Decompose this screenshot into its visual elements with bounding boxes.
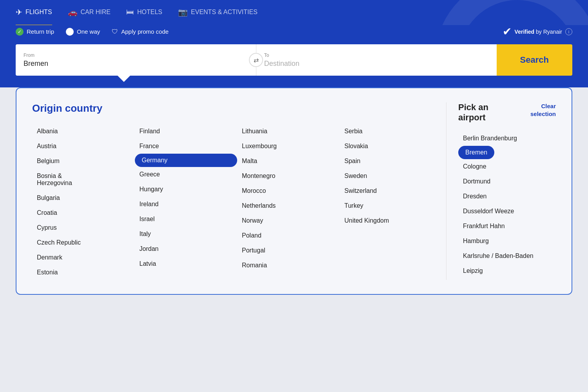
pick-airport-title: Pick an airport [458,102,516,123]
country-norway[interactable]: Norway [237,213,340,228]
airport-frankfurt-hahn[interactable]: Frankfurt Hahn [458,219,556,234]
verified-badge: ✔ Verified by Ryanair i [503,25,572,38]
info-icon[interactable]: i [565,28,572,35]
from-field[interactable]: From [16,44,256,76]
country-slovakia[interactable]: Slovakia [340,139,443,154]
dropdown-arrow [118,76,130,82]
country-netherlands[interactable]: Netherlands [237,198,340,213]
from-input[interactable] [24,60,248,68]
country-malta[interactable]: Malta [237,154,340,169]
airport-dresden[interactable]: Dresden [458,189,556,204]
airport-header: Pick an airport Clear selection [458,102,556,123]
country-finland[interactable]: Finland [135,124,238,139]
ryanair-logo-icon: ✔ [503,25,512,38]
country-portugal[interactable]: Portugal [237,243,340,258]
promo-label: Apply promo code [121,28,169,35]
to-label: To [264,53,489,58]
from-label: From [24,53,248,58]
country-albania[interactable]: Albania [32,124,135,139]
country-romania[interactable]: Romania [237,258,340,273]
country-croatia[interactable]: Croatia [32,205,135,220]
clear-selection-button[interactable]: Clear selection [516,102,556,118]
country-italy[interactable]: Italy [135,227,238,241]
car-icon: 🚗 [68,7,78,17]
country-spain[interactable]: Spain [340,154,443,169]
promo-icon: 🛡 [112,28,118,35]
country-poland[interactable]: Poland [237,228,340,243]
country-latvia[interactable]: Latvia [135,256,238,271]
nav-car-hire-label: CAR HIRE [81,9,111,16]
country-montenegro[interactable]: Montenegro [237,169,340,183]
nav-events[interactable]: 📷 EVENTS & ACTIVITIES [178,0,258,25]
country-jordan[interactable]: Jordan [135,241,238,256]
one-way-option[interactable]: One way [66,28,100,36]
one-way-radio [66,28,74,36]
country-column-1: Albania Austria Belgium Bosnia &Herzegov… [32,124,135,280]
search-input-group: From ⇄ To [16,44,497,76]
airport-cologne[interactable]: Cologne [458,159,556,174]
country-denmark[interactable]: Denmark [32,250,135,265]
country-bosnia[interactable]: Bosnia &Herzegovina [32,169,135,191]
return-trip-option[interactable]: ✓ Return trip [16,28,54,36]
country-bulgaria[interactable]: Bulgaria [32,191,135,205]
nav-flights-label: FLIGHTS [25,9,52,16]
hotel-icon: 🛏 [126,7,134,16]
return-trip-check-icon: ✓ [16,28,24,36]
to-field[interactable]: To [256,44,497,76]
country-belgium[interactable]: Belgium [32,154,135,169]
country-lithuania[interactable]: Lithuania [237,124,340,139]
country-sweden[interactable]: Sweden [340,169,443,183]
return-trip-label: Return trip [27,28,54,35]
verified-text: Verified by Ryanair [515,29,562,35]
country-turkey[interactable]: Turkey [340,198,443,213]
country-cyprus[interactable]: Cyprus [32,220,135,235]
airport-hamburg[interactable]: Hamburg [458,234,556,249]
country-greece[interactable]: Greece [135,167,238,182]
nav-flights[interactable]: ✈ FLIGHTS [16,0,52,25]
country-estonia[interactable]: Estonia [32,265,135,280]
search-button[interactable]: Search [497,44,572,76]
nav-hotels-label: HOTELS [137,9,162,16]
top-navigation: ✈ FLIGHTS 🚗 CAR HIRE 🛏 HOTELS 📷 EVENTS &… [0,0,588,25]
country-hungary[interactable]: Hungary [135,182,238,197]
airport-leipzig[interactable]: Leipzig [458,263,556,278]
country-serbia[interactable]: Serbia [340,124,443,139]
origin-country-title: Origin country [32,102,442,114]
flights-icon: ✈ [16,7,22,17]
country-united-kingdom[interactable]: United Kingdom [340,213,443,228]
swap-button[interactable]: ⇄ [249,53,263,67]
airport-dortmund[interactable]: Dortmund [458,174,556,189]
nav-hotels[interactable]: 🛏 HOTELS [126,0,162,25]
country-israel[interactable]: Israel [135,212,238,227]
promo-option[interactable]: 🛡 Apply promo code [112,28,169,35]
country-france[interactable]: France [135,139,238,154]
airport-section: Pick an airport Clear selection Berlin B… [446,102,556,280]
country-column-4: Serbia Slovakia Spain Sweden Switzerland… [340,124,443,280]
country-czech-republic[interactable]: Czech Republic [32,235,135,250]
events-icon: 📷 [178,7,188,17]
search-bar-wrapper: From ⇄ To Search [0,44,588,87]
country-germany[interactable]: Germany [135,154,238,167]
country-column-3: Lithuania Luxembourg Malta Montenegro Mo… [237,124,340,280]
airport-bremen[interactable]: Bremen [458,146,494,159]
origin-country-dropdown: Origin country Albania Austria Belgium B… [16,87,572,295]
search-bar: From ⇄ To Search [16,44,572,76]
nav-car-hire[interactable]: 🚗 CAR HIRE [68,0,111,25]
airport-karlsruhe[interactable]: Karlsruhe / Baden-Baden [458,249,556,263]
airport-berlin-brandenburg[interactable]: Berlin Brandenburg [458,131,556,146]
options-bar: ✓ Return trip One way 🛡 Apply promo code… [0,25,588,44]
one-way-label: One way [77,28,100,35]
country-switzerland[interactable]: Switzerland [340,183,443,198]
country-morocco[interactable]: Morocco [237,183,340,198]
countries-section: Origin country Albania Austria Belgium B… [32,102,442,280]
airport-dusseldorf-weeze[interactable]: Dusseldorf Weeze [458,204,556,219]
destination-input[interactable] [264,60,489,68]
country-column-2: Finland France Germany Greece Hungary Ir… [135,124,238,280]
country-ireland[interactable]: Ireland [135,197,238,212]
country-luxembourg[interactable]: Luxembourg [237,139,340,154]
nav-events-label: EVENTS & ACTIVITIES [191,9,258,16]
dropdown-content: Origin country Albania Austria Belgium B… [32,102,556,280]
country-austria[interactable]: Austria [32,139,135,154]
